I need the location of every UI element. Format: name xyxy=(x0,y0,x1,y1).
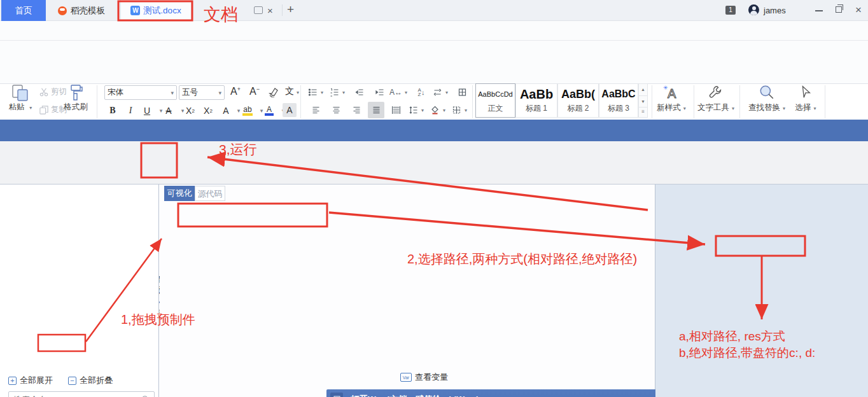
plus-box-icon: + xyxy=(8,377,17,385)
uibot-titlebar: UB 文件(F) 编辑(E) 视图(V) 运行(R) 帮助(H) a11_tes… xyxy=(0,120,868,141)
wps-document-area: 目录 × ∨ ∧ + − 智能识别目录 xyxy=(0,84,868,120)
word-doc-icon: W xyxy=(130,6,140,15)
command-doc-icon xyxy=(330,393,343,397)
tab-template[interactable]: 稻壳模板 xyxy=(50,0,113,21)
command-search-box[interactable] xyxy=(8,391,155,397)
collapse-all-button[interactable]: −全部折叠 xyxy=(68,375,113,386)
close-button[interactable]: × xyxy=(855,4,862,17)
avatar[interactable] xyxy=(748,4,759,15)
tab-source-code[interactable]: 源代码 xyxy=(195,186,225,201)
screen: 首页 稻壳模板 W 测试.docx × + 1 james × 文件 ▾ ▾ ▾… xyxy=(0,0,868,397)
count-badge: 1 xyxy=(725,6,736,15)
uibot-properties-panel: i属性 ⇄变量 ↗ 必选 输出到 objWord 文件路径 @res"测试.do… xyxy=(655,185,868,397)
command-text: 打开Word文档，赋值给 objWord xyxy=(351,394,478,397)
wps-menubar: 文件 ▾ ▾ ▾ 开始 插入 页面布局 引用 审阅 视图 章节 开发工具 特色功… xyxy=(0,21,868,41)
wps-ribbon: 粘贴 ▾ 剪切 复制 格式刷 宋体▾ 五号▾ A+ A− 文▾ B I U ▾ … xyxy=(0,41,868,84)
tab-visual[interactable]: 可视化 xyxy=(164,186,195,201)
variables-icon: Var xyxy=(400,373,412,382)
new-tab-button[interactable]: + xyxy=(287,3,294,17)
uibot-toolbar: ▾ 流程图 保存 导入 录制 ▾ 运行 停止 数据抓取 ▾ 发布 xyxy=(0,141,868,185)
view-variables-button[interactable]: Var 查看变量 xyxy=(400,372,448,383)
uibot-command-sidebar: +全部展开 −全部折叠 UiBot命令中心 ↓ 获取更多命令 ▶ 鼠标键盘 ▶ … xyxy=(0,185,159,397)
restore-button[interactable] xyxy=(836,6,842,13)
divider xyxy=(282,4,283,16)
minimize-button[interactable] xyxy=(815,10,823,11)
search-input[interactable] xyxy=(13,394,137,397)
style-normal[interactable]: AaBbCcDd 正文 xyxy=(475,83,515,118)
username[interactable]: james xyxy=(764,6,786,15)
tab-home[interactable]: 首页 xyxy=(1,0,46,21)
minus-box-icon: − xyxy=(68,377,76,385)
tab-close-icon[interactable]: × xyxy=(267,5,273,16)
tab-document[interactable]: W 测试.docx xyxy=(120,0,192,21)
docer-icon xyxy=(58,6,67,15)
uibot-editor: 可视化 源代码 Var 查看变量 打开Word文档，赋值给 objWord ▶ … xyxy=(160,185,655,397)
wps-tabbar: 首页 稻壳模板 W 测试.docx × + 1 james × xyxy=(0,0,868,21)
expand-all-button[interactable]: +全部展开 xyxy=(8,375,53,386)
comment-icon[interactable] xyxy=(254,6,263,14)
